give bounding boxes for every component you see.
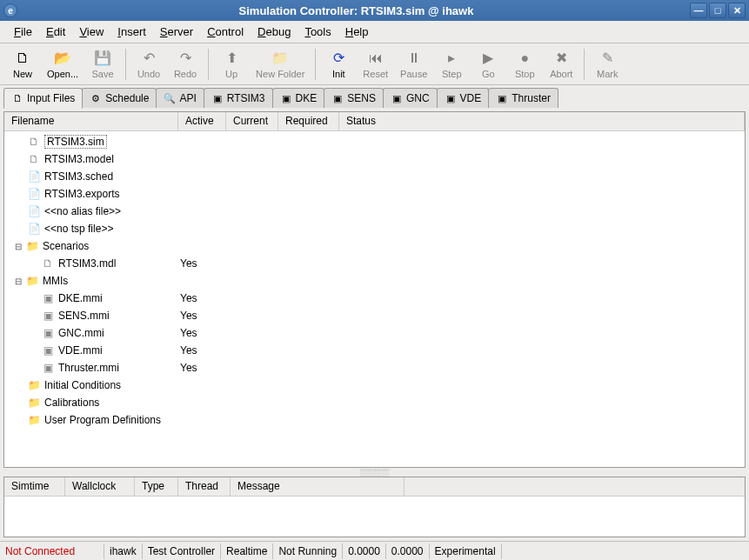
tab-sens[interactable]: ▣SENS	[324, 88, 384, 108]
status-time1: 0.0000	[343, 543, 386, 559]
tree-row[interactable]: 🗋RTSIM3.mdlYes	[6, 255, 743, 272]
tab-vde[interactable]: ▣VDE	[437, 88, 490, 108]
toolbar-label: Reset	[363, 69, 388, 79]
menu-server[interactable]: Server	[153, 23, 200, 41]
tree-row[interactable]: ▣GNC.mmiYes	[6, 324, 743, 342]
tree-item-label: RTSIM3.mdl	[58, 257, 116, 270]
status-running: Not Running	[273, 543, 343, 559]
log-header-thread[interactable]: Thread	[178, 477, 231, 496]
tree-header-filename[interactable]: Filename	[4, 112, 178, 130]
toolbar-init-button[interactable]: ⟳Init	[321, 45, 356, 83]
tree-active-cell: Yes	[180, 292, 228, 304]
toolbar-reset-button: ⏮Reset	[358, 45, 393, 83]
status-host: ihawk	[104, 543, 143, 559]
menu-tools[interactable]: Tools	[298, 23, 338, 41]
toolbar-new-folder-button: 📁New Folder	[251, 45, 310, 83]
menu-view[interactable]: View	[72, 23, 110, 41]
file-icon: ▣	[41, 343, 55, 357]
toolbar-up-button: ⬆Up	[214, 45, 249, 83]
tree-row[interactable]: 📄RTSIM3.sched	[6, 168, 743, 185]
init-icon: ⟳	[330, 50, 347, 67]
menu-debug[interactable]: Debug	[251, 23, 298, 41]
tree-row[interactable]: ▣VDE.mmiYes	[6, 342, 743, 359]
tab-api[interactable]: 🔍API	[156, 88, 204, 108]
splitter[interactable]: ░░░░░░	[3, 468, 746, 477]
toolbar-go-button: ▶Go	[471, 45, 505, 83]
log-header-message[interactable]: Message	[231, 477, 405, 496]
tree-item-label: User Program Definitions	[44, 414, 161, 426]
tab-icon: ▣	[211, 92, 224, 104]
toolbar-open--button[interactable]: 📂Open...	[42, 45, 84, 83]
tab-label: API	[179, 92, 196, 104]
tree-row[interactable]: ▣DKE.mmiYes	[6, 290, 743, 307]
log-panel: SimtimeWallclockTypeThreadMessage	[3, 477, 746, 537]
tree-row[interactable]: ⊟📁MMIs	[6, 272, 743, 290]
statusbar: Not Connected ihawk Test Controller Real…	[0, 541, 749, 560]
tree-item-label: Calibrations	[44, 397, 99, 409]
tree-item-label: RTSIM3.exports	[44, 188, 119, 200]
folder-icon: 📁	[25, 239, 39, 253]
toolbar-label: Mark	[597, 69, 618, 79]
toolbar-separator	[208, 49, 209, 80]
maximize-button[interactable]: □	[709, 3, 726, 18]
status-controller: Test Controller	[143, 543, 221, 559]
tab-label: DKE	[296, 92, 318, 104]
tab-label: SENS	[347, 92, 376, 104]
tree-row[interactable]: ▣Thruster.mmiYes	[6, 359, 743, 377]
tab-thruster[interactable]: ▣Thruster	[488, 88, 558, 108]
toolbar-new-button[interactable]: 🗋New	[5, 45, 40, 83]
tree-expander-icon[interactable]: ⊟	[13, 276, 23, 286]
tree-body[interactable]: 🗋RTSIM3.sim🗋RTSIM3.model📄RTSIM3.sched📄RT…	[4, 131, 745, 467]
file-icon: 🗋	[27, 152, 41, 166]
menu-insert[interactable]: Insert	[110, 23, 153, 41]
toolbar-label: Pause	[400, 69, 427, 79]
tree-row[interactable]: 📁User Program Definitions	[6, 411, 743, 429]
tree-row[interactable]: 📄<<no alias file>>	[6, 203, 743, 220]
minimize-button[interactable]: —	[690, 3, 707, 18]
tree-row[interactable]: 🗋RTSIM3.sim	[6, 133, 743, 150]
tree-row[interactable]: 📄<<no tsp file>>	[6, 220, 743, 237]
toolbar-label: Abort	[550, 69, 572, 79]
log-header-type[interactable]: Type	[135, 477, 178, 496]
toolbar-label: New	[13, 69, 32, 79]
close-button[interactable]: ✕	[728, 3, 746, 18]
tree-row[interactable]: 📄RTSIM3.exports	[6, 185, 743, 203]
toolbar-abort-button: ✖Abort	[544, 45, 578, 83]
tree-row[interactable]: ⊟📁Scenarios	[6, 237, 743, 255]
tree-row[interactable]: ▣SENS.mmiYes	[6, 307, 743, 324]
log-header-simtime[interactable]: Simtime	[4, 477, 65, 496]
tree-row[interactable]: 📁Initial Conditions	[6, 377, 743, 394]
tab-input-files[interactable]: 🗋Input Files	[3, 88, 83, 109]
tree-expander-icon[interactable]: ⊟	[13, 241, 23, 251]
toolbar-separator	[315, 49, 316, 80]
file-tree-panel: FilenameActiveCurrentRequiredStatus 🗋RTS…	[3, 111, 746, 468]
tree-item-label: RTSIM3.sim	[44, 135, 107, 149]
tab-dke[interactable]: ▣DKE	[272, 88, 325, 108]
menu-file[interactable]: File	[7, 23, 39, 41]
tree-row[interactable]: 📁Calibrations	[6, 394, 743, 411]
tree-header-status[interactable]: Status	[339, 112, 745, 130]
tab-strip: 🗋Input Files⚙Schedule🔍API▣RTSIM3▣DKE▣SEN…	[0, 85, 749, 108]
log-header-wallclock[interactable]: Wallclock	[65, 477, 135, 496]
tab-gnc[interactable]: ▣GNC	[383, 88, 438, 108]
toolbar-separator	[125, 49, 126, 80]
tree-header-active[interactable]: Active	[178, 112, 226, 130]
menu-control[interactable]: Control	[200, 23, 251, 41]
tree-header-current[interactable]: Current	[226, 112, 278, 130]
tree-header-required[interactable]: Required	[278, 112, 339, 130]
tab-icon: 🗋	[11, 92, 23, 104]
tab-schedule[interactable]: ⚙Schedule	[82, 88, 157, 108]
menu-edit[interactable]: Edit	[39, 23, 72, 41]
tree-item-label: VDE.mmi	[58, 344, 103, 357]
tab-rtsim3[interactable]: ▣RTSIM3	[204, 88, 273, 108]
log-body[interactable]	[4, 497, 745, 537]
tree-row[interactable]: 🗋RTSIM3.model	[6, 150, 743, 168]
file-icon: ▣	[41, 361, 55, 375]
folder-icon: 📁	[27, 396, 41, 410]
tree-item-label: Initial Conditions	[44, 379, 121, 391]
mark-icon: ✎	[599, 50, 616, 67]
tab-label: RTSIM3	[227, 92, 265, 104]
tab-label: GNC	[406, 92, 430, 104]
tab-label: Schedule	[105, 92, 149, 104]
menu-help[interactable]: Help	[338, 23, 376, 41]
